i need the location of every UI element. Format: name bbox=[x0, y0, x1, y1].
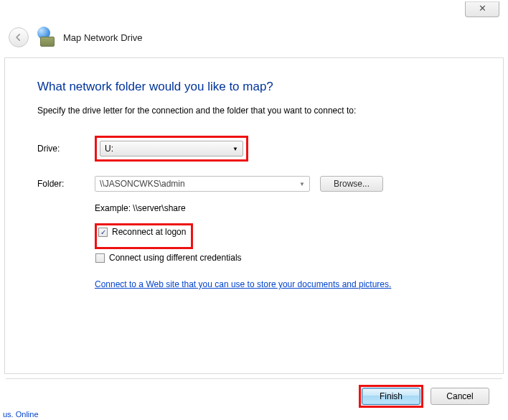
dropdown-arrow-icon: ▼ bbox=[299, 181, 305, 187]
finish-button[interactable]: Finish bbox=[362, 388, 420, 405]
page-heading: What network folder would you like to ma… bbox=[37, 80, 474, 94]
drive-select[interactable]: U: ▼ bbox=[100, 141, 243, 157]
highlight-drive: U: ▼ bbox=[95, 136, 248, 162]
diffcreds-label: Connect using different credentials bbox=[109, 253, 242, 263]
period: . bbox=[389, 279, 391, 289]
network-drive-icon bbox=[36, 27, 57, 48]
cancel-button[interactable]: Cancel bbox=[431, 388, 489, 405]
drive-label: Drive: bbox=[37, 144, 95, 154]
close-button[interactable]: ✕ bbox=[465, 1, 499, 17]
highlight-finish: Finish bbox=[359, 385, 423, 408]
wizard-footer: Finish Cancel bbox=[6, 378, 502, 407]
back-button[interactable] bbox=[9, 27, 29, 47]
dropdown-arrow-icon: ▼ bbox=[232, 146, 238, 152]
diffcreds-checkbox-row[interactable]: Connect using different credentials bbox=[95, 252, 246, 263]
page-description: Specify the drive letter for the connect… bbox=[37, 106, 474, 116]
reconnect-checkbox-row[interactable]: ✓ Reconnect at logon bbox=[98, 226, 190, 238]
diffcreds-checkbox[interactable] bbox=[95, 253, 105, 263]
checkmark-icon: ✓ bbox=[100, 228, 106, 236]
wizard-panel: What network folder would you like to ma… bbox=[4, 57, 504, 374]
close-icon: ✕ bbox=[479, 3, 486, 14]
reconnect-checkbox[interactable]: ✓ bbox=[98, 228, 108, 237]
wizard-header: Map Network Drive bbox=[9, 22, 499, 53]
browse-button[interactable]: Browse... bbox=[320, 176, 383, 192]
wizard-title: Map Network Drive bbox=[63, 32, 143, 43]
folder-row: Folder: \\JASONCWKS\admin ▼ Browse... bbox=[37, 176, 474, 192]
back-arrow-icon bbox=[14, 32, 24, 42]
folder-label: Folder: bbox=[37, 179, 95, 189]
example-text: Example: \\server\share bbox=[95, 203, 474, 213]
folder-combobox[interactable]: \\JASONCWKS\admin ▼ bbox=[95, 176, 310, 192]
drive-value: U: bbox=[105, 144, 113, 154]
reconnect-label: Reconnect at logon bbox=[112, 227, 186, 237]
highlight-reconnect: ✓ Reconnect at logon bbox=[95, 223, 193, 249]
drive-row: Drive: U: ▼ bbox=[37, 136, 474, 162]
website-link-row: Connect to a Web site that you can use t… bbox=[95, 279, 474, 289]
status-text: us. Online bbox=[3, 410, 39, 419]
folder-value: \\JASONCWKS\admin bbox=[100, 179, 185, 189]
website-link[interactable]: Connect to a Web site that you can use t… bbox=[95, 279, 389, 289]
